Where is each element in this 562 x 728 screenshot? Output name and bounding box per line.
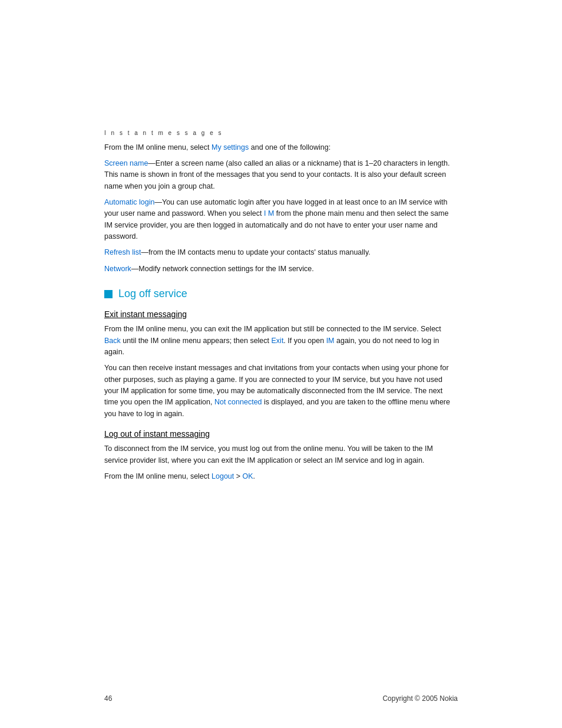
exit-link[interactable]: Exit (272, 337, 284, 345)
page: I n s t a n t m e s s a g e s From the I… (0, 0, 562, 728)
log-off-section-heading: Log off service (104, 288, 458, 300)
page-number: 46 (104, 694, 112, 703)
intro-paragraph: From the IM online menu, select My setti… (104, 142, 458, 153)
im-link-1[interactable]: I M (264, 209, 274, 218)
back-link[interactable]: Back (104, 337, 121, 345)
log-out-paragraph-2: From the IM online menu, select Logout >… (104, 471, 458, 482)
definition-refresh-list: Refresh list—from the IM contacts menu t… (104, 247, 458, 258)
log-out-paragraph-1: To disconnect from the IM service, you m… (104, 443, 458, 466)
section-heading-square-icon (104, 290, 113, 298)
exit-paragraph-2: You can then receive instant messages an… (104, 363, 458, 420)
definition-network: Network—Modify network connection settin… (104, 263, 458, 275)
screen-name-link[interactable]: Screen name (104, 159, 148, 167)
definition-automatic-login: Automatic login—You can use automatic lo… (104, 197, 458, 243)
log-out-heading: Log out of instant messaging (104, 429, 458, 439)
not-connected-link[interactable]: Not connected (214, 398, 262, 406)
refresh-list-link[interactable]: Refresh list (104, 248, 141, 256)
log-out-subsection: Log out of instant messaging To disconne… (104, 429, 458, 482)
section-heading-text: Log off service (118, 288, 187, 300)
ok-link[interactable]: OK (243, 472, 253, 480)
intro-text-before: From the IM online menu, select (104, 143, 211, 151)
content-area: I n s t a n t m e s s a g e s From the I… (104, 0, 458, 534)
exit-paragraph-1: From the IM online menu, you can exit th… (104, 324, 458, 358)
im-link-2[interactable]: IM (326, 337, 335, 345)
exit-instant-messaging-heading: Exit instant messaging (104, 309, 458, 319)
copyright-text: Copyright © 2005 Nokia (382, 694, 458, 703)
exit-instant-messaging-subsection: Exit instant messaging From the IM onlin… (104, 309, 458, 420)
my-settings-link[interactable]: My settings (211, 143, 249, 151)
definition-screen-name: Screen name—Enter a screen name (also ca… (104, 158, 458, 192)
automatic-login-link[interactable]: Automatic login (104, 198, 154, 206)
intro-text-after: and one of the following: (249, 143, 330, 151)
section-label: I n s t a n t m e s s a g e s (104, 130, 458, 136)
network-link[interactable]: Network (104, 265, 131, 273)
logout-link[interactable]: Logout (211, 472, 234, 480)
